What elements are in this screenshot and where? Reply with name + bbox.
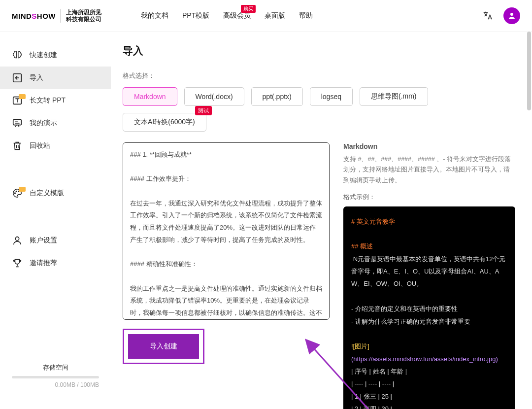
top-nav: MINDSHOW 上海所思所见科技有限公司 我的文档 PPT模版 高级会员购买 … [0, 0, 532, 32]
sidebar-item-label: 回收站 [30, 141, 50, 150]
import-create-button[interactable]: 导入创建 [128, 334, 199, 359]
markdown-help-title: Markdown [343, 142, 515, 150]
format-markdown[interactable]: Markdown [123, 87, 177, 106]
svg-point-6 [18, 191, 19, 192]
format-row: Markdown Word(.docx) ppt(.pptx) logseq 思… [123, 87, 515, 132]
svg-point-7 [15, 237, 19, 240]
trash-icon [12, 140, 23, 151]
nav-desktop[interactable]: 桌面版 [265, 11, 285, 20]
trophy-icon [12, 258, 23, 269]
sidebar-item-quick-create[interactable]: 快速创建 [0, 44, 111, 67]
sidebar-item-label: 我的演示 [30, 119, 57, 128]
markdown-help-desc: 支持 #、##、###、####、##### 、- 符号来对文字进行段落划分，支… [343, 154, 515, 186]
sidebar-item-custom-templates[interactable]: 自定义模版 [0, 182, 111, 204]
brain-icon [12, 50, 23, 61]
page-title: 导入 [123, 44, 515, 58]
beta-badge: 测试 [195, 106, 212, 115]
import-textarea[interactable] [123, 142, 330, 320]
sidebar-item-label: 导入 [30, 73, 43, 82]
logo-subtitle: 上海所思所见科技有限公司 [66, 9, 101, 23]
language-icon[interactable] [482, 10, 494, 22]
format-mindmap[interactable]: 思维导图(.mm) [360, 87, 428, 106]
svg-point-5 [16, 191, 17, 192]
nav-premium[interactable]: 高级会员购买 [223, 11, 251, 20]
svg-rect-3 [13, 120, 22, 125]
nav-help[interactable]: 帮助 [299, 11, 313, 20]
user-icon [12, 235, 23, 246]
sidebar-item-label: 账户设置 [30, 236, 57, 245]
nav-my-docs[interactable]: 我的文档 [141, 11, 168, 20]
sidebar-item-trash[interactable]: 回收站 [0, 135, 111, 157]
logo[interactable]: MINDSHOW 上海所思所见科技有限公司 [12, 9, 101, 23]
svg-point-4 [15, 193, 16, 194]
buy-badge: 购买 [241, 5, 256, 13]
sidebar-item-label: 快速创建 [30, 51, 57, 60]
nav-templates[interactable]: PPT模版 [182, 11, 209, 20]
palette-icon [12, 188, 23, 199]
sidebar-item-label: 自定义模版 [30, 189, 64, 198]
sidebar-item-long-text[interactable]: 长文转 PPT [0, 89, 111, 112]
storage-title: 存储空间 [12, 363, 99, 372]
sample-box: # 英文元音教学 ## 概述 N元音是英语中最基本的发音单位，英语中共有12个元… [343, 206, 515, 409]
logo-divider [61, 9, 61, 23]
svg-point-0 [510, 13, 513, 16]
text-icon [12, 95, 23, 106]
presentation-icon [12, 118, 23, 129]
sample-label: 格式示例： [343, 193, 515, 202]
avatar[interactable] [503, 7, 520, 24]
sidebar-item-import[interactable]: 导入 [0, 67, 111, 89]
import-icon [12, 72, 23, 83]
sidebar-item-my-presentations[interactable]: 我的演示 [0, 112, 111, 135]
sidebar-item-invite[interactable]: 邀请推荐 [0, 252, 111, 274]
page-scrollbar[interactable] [527, 32, 531, 110]
storage-text: 0.00MB / 100MB [12, 381, 99, 388]
format-word[interactable]: Word(.docx) [184, 87, 244, 106]
sidebar-item-label: 邀请推荐 [30, 259, 57, 268]
format-ppt[interactable]: ppt(.pptx) [251, 87, 303, 106]
format-logseq[interactable]: logseq [310, 87, 353, 106]
import-button-highlight: 导入创建 [123, 329, 204, 364]
sidebar-item-account[interactable]: 账户设置 [0, 229, 111, 252]
logo-text: MINDSHOW [12, 12, 56, 20]
format-label: 格式选择： [123, 71, 515, 80]
format-ai-text[interactable]: 文本AI转换(6000字)测试 [123, 113, 206, 132]
nav-links: 我的文档 PPT模版 高级会员购买 桌面版 帮助 [141, 11, 313, 20]
storage-block: 存储空间 0.00MB / 100MB [0, 363, 111, 397]
storage-bar [12, 376, 99, 378]
main-content: 导入 格式选择： Markdown Word(.docx) ppt(.pptx)… [111, 32, 532, 409]
sidebar: 快速创建 导入 长文转 PPT 我的演示 回收站 自定义模版 账户设置 [0, 32, 111, 409]
sidebar-item-label: 长文转 PPT [30, 96, 66, 105]
